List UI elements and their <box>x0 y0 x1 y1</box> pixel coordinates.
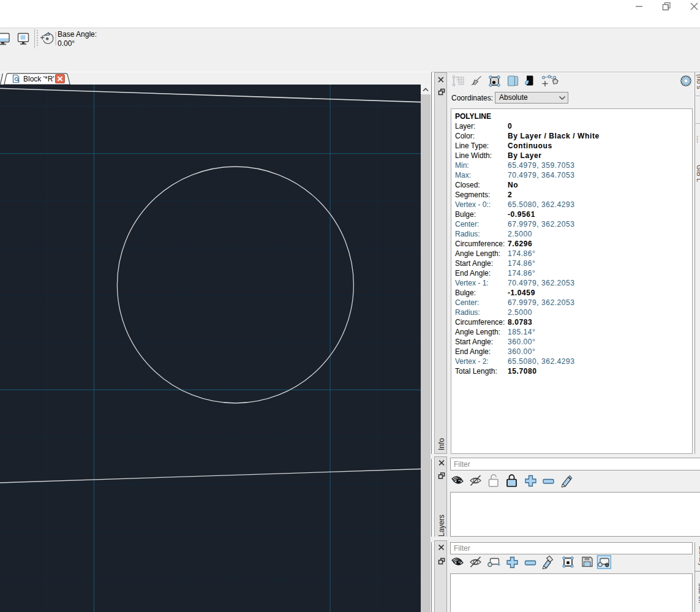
svg-text:Info: Info <box>437 438 446 450</box>
svg-text:Layers: Layers <box>437 515 446 537</box>
